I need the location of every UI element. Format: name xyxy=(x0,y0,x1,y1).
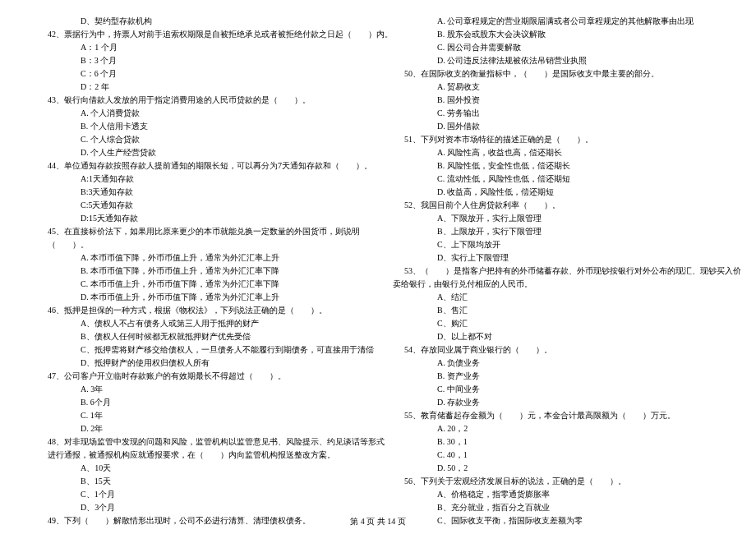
option-text: D、实行上下限管理 xyxy=(390,251,723,265)
right-column: A. 公司章程规定的营业期限届满或者公司章程规定的其他解散事由出现 B. 股东会… xyxy=(390,15,723,527)
option-text: B:3天通知存款 xyxy=(33,186,366,199)
question-stem: 46、抵押是担保的一种方式，根据《物权法》，下列说法正确的是（ ）。 xyxy=(33,304,366,317)
option-text: C. 本币币值上升，外币币值下降，通常为外汇汇率下降 xyxy=(33,278,366,291)
question-number: 43 xyxy=(48,95,56,104)
question-text: 教育储蓄起存金额为（ ）元，本金合计最高限额为（ ）万元。 xyxy=(421,411,675,420)
question-stem: 44、单位通知存款按照存款人提前通知的期限长短，可以再分为7天通知存款和（ ）。 xyxy=(33,159,366,173)
option-text: C、1个月 xyxy=(33,488,366,501)
option-text: A、债权人不占有债务人或第三人用于抵押的财产 xyxy=(33,317,366,330)
option-text: A、10天 xyxy=(33,462,366,475)
question-number: 46 xyxy=(48,306,56,315)
option-text: B. 风险性低，安全性也低，偿还期长 xyxy=(390,159,723,173)
question-stem: 51、下列对资本市场特征的描述正确的是（ ）。 xyxy=(390,133,723,146)
option-text: B. 国外投资 xyxy=(390,94,723,107)
question-text: （ ）是指客户把持有的外币储蓄存款、外币现钞按银行对外公布的现汇、现钞买入价 xyxy=(421,266,741,275)
option-text: D:15天通知存款 xyxy=(33,212,366,225)
question-stem: 56、下列关于宏观经济发展目标的说法，正确的是（ ）。 xyxy=(390,475,723,488)
question-stem: 54、存放同业属于商业银行的（ ）。 xyxy=(390,343,723,357)
question-number: 53 xyxy=(404,266,413,275)
option-text: B. 股东会或股东大会决议解散 xyxy=(390,28,723,41)
left-column: D、契约型存款机构 42、票据行为中，持票人对前手追索权期限是自被拒绝承兑或者被… xyxy=(33,15,366,527)
question-number: 48 xyxy=(48,437,56,446)
question-stem: 52、我国目前个人住房贷款利率（ ）。 xyxy=(390,199,723,212)
option-text: A. 20，2 xyxy=(390,422,723,435)
question-text: 抵押是担保的一种方式，根据《物权法》，下列说法正确的是（ ）。 xyxy=(64,306,327,315)
option-text: A：1 个月 xyxy=(33,41,366,54)
option-text: D. 50，2 xyxy=(390,462,723,475)
option-text: B、债权人任何时候都无权就抵押财产优先受偿 xyxy=(33,330,366,343)
option-text: A. 3年 xyxy=(33,383,366,396)
question-text: 我国目前个人住房贷款利率（ ）。 xyxy=(421,200,560,209)
question-stem: 45、在直接标价法下，如果用比原来更少的本币就能兑换一定数量的外国货币，则说明 xyxy=(33,225,366,238)
question-text: 下列关于宏观经济发展目标的说法，正确的是（ ）。 xyxy=(421,476,626,486)
question-stem: 50、在国际收支的衡量指标中，（ ）是国际收支中最主要的部分。 xyxy=(390,67,723,81)
option-text: D、3个月 xyxy=(33,501,366,514)
page-footer: 第 4 页 共 14 页 xyxy=(0,516,756,527)
option-text: B. 30，1 xyxy=(390,435,723,449)
option-text: D、契约型存款机构 xyxy=(33,15,366,28)
option-text: C:5天通知存款 xyxy=(33,199,366,212)
option-text: B. 资产业务 xyxy=(390,370,723,383)
option-text: D. 2年 xyxy=(33,422,366,435)
question-text: 对非现场监管中发现的问题和风险，监管机构以监管意见书、风险提示、约见谈话等形式 xyxy=(64,437,385,446)
option-text: C. 劳务输出 xyxy=(390,107,723,120)
option-text: C. 因公司合并需要解散 xyxy=(390,41,723,54)
question-number: 44 xyxy=(48,161,56,170)
option-text: A. 贸易收支 xyxy=(390,81,723,94)
option-text: B、15天 xyxy=(33,475,366,488)
option-text: A. 负债业务 xyxy=(390,357,723,370)
option-text: C、上下限均放开 xyxy=(390,238,723,251)
option-text: C、抵押需将财产移交给债权人，一旦债务人不能履行到期债务，可直接用于清偿 xyxy=(33,343,366,357)
option-text: D、抵押财产的使用权归债权人所有 xyxy=(33,357,366,370)
option-text: C：6 个月 xyxy=(33,67,366,81)
option-text: D. 国外借款 xyxy=(390,120,723,133)
option-text: D. 公司违反法律法规被依法吊销营业执照 xyxy=(390,54,723,67)
option-text: C、购汇 xyxy=(390,317,723,330)
question-stem: 55、教育储蓄起存金额为（ ）元，本金合计最高限额为（ ）万元。 xyxy=(390,409,723,422)
question-number: 51 xyxy=(404,135,413,144)
question-stem: 42、票据行为中，持票人对前手追索权期限是自被拒绝承兑或者被拒绝付款之日起（ ）… xyxy=(33,28,366,41)
option-text: A. 个人消费贷款 xyxy=(33,107,366,120)
exam-page: D、契约型存款机构 42、票据行为中，持票人对前手追索权期限是自被拒绝承兑或者被… xyxy=(0,0,756,527)
option-text: B. 本币币值下降，外币币值上升，通常为外汇汇率下降 xyxy=(33,265,366,278)
option-text: C. 40，1 xyxy=(390,449,723,462)
option-text: B：3 个月 xyxy=(33,54,366,67)
option-text: A、结汇 xyxy=(390,291,723,304)
option-text: A:1天通知存款 xyxy=(33,173,366,186)
question-stem: 48、对非现场监管中发现的问题和风险，监管机构以监管意见书、风险提示、约见谈话等… xyxy=(33,435,366,449)
option-text: D. 存款业务 xyxy=(390,396,723,409)
question-number: 47 xyxy=(48,371,56,380)
question-continuation: （ ）。 xyxy=(33,238,366,251)
question-continuation: 进行通报，被通报机构应就通报要求，在（ ）内向监管机构报送整改方案。 xyxy=(33,449,366,462)
option-text: C. 个人综合贷款 xyxy=(33,133,366,146)
option-text: D. 本币币值上升，外币币值下降，通常为外汇汇率上升 xyxy=(33,291,366,304)
option-text: D：2 年 xyxy=(33,81,366,94)
question-text: 存放同业属于商业银行的（ ）。 xyxy=(421,345,552,354)
option-text: B、充分就业，指百分之百就业 xyxy=(390,501,723,514)
question-stem: 53、（ ）是指客户把持有的外币储蓄存款、外币现钞按银行对外公布的现汇、现钞买入… xyxy=(390,265,723,278)
option-text: B、售汇 xyxy=(390,304,723,317)
question-stem: 47、公司客户开立临时存款账户的有效期最长不得超过（ ）。 xyxy=(33,370,366,383)
question-number: 56 xyxy=(404,476,413,486)
question-text: 下列对资本市场特征的描述正确的是（ ）。 xyxy=(421,135,593,144)
question-text: 在直接标价法下，如果用比原来更少的本币就能兑换一定数量的外国货币，则说明 xyxy=(64,227,360,236)
option-text: B、上限放开，实行下限管理 xyxy=(390,225,723,238)
question-number: 45 xyxy=(48,227,56,236)
question-stem: 43、银行向借款人发放的用于指定消费用途的人民币贷款的是（ ）。 xyxy=(33,94,366,107)
question-number: 42 xyxy=(48,30,56,39)
question-text: 公司客户开立临时存款账户的有效期最长不得超过（ ）。 xyxy=(64,371,286,380)
option-text: A、价格稳定，指零通货膨胀率 xyxy=(390,488,723,501)
option-text: C. 中间业务 xyxy=(390,383,723,396)
question-text: 银行向借款人发放的用于指定消费用途的人民币贷款的是（ ）。 xyxy=(64,95,311,104)
option-text: D、以上都不对 xyxy=(390,330,723,343)
question-text: 票据行为中，持票人对前手追索权期限是自被拒绝承兑或者被拒绝付款之日起（ ）内。 xyxy=(64,30,393,39)
option-text: A、下限放开，实行上限管理 xyxy=(390,212,723,225)
option-text: A. 公司章程规定的营业期限届满或者公司章程规定的其他解散事由出现 xyxy=(390,15,723,28)
question-continuation: 卖给银行，由银行兑付相应的人民币。 xyxy=(390,278,723,291)
option-text: B. 6个月 xyxy=(33,396,366,409)
question-number: 50 xyxy=(404,69,413,78)
option-text: B. 个人信用卡透支 xyxy=(33,120,366,133)
option-text: C. 流动性低，风险性也低，偿还期短 xyxy=(390,173,723,186)
question-text: 单位通知存款按照存款人提前通知的期限长短，可以再分为7天通知存款和（ ）。 xyxy=(64,161,372,170)
option-text: A. 风险性高，收益也高，偿还期长 xyxy=(390,146,723,159)
